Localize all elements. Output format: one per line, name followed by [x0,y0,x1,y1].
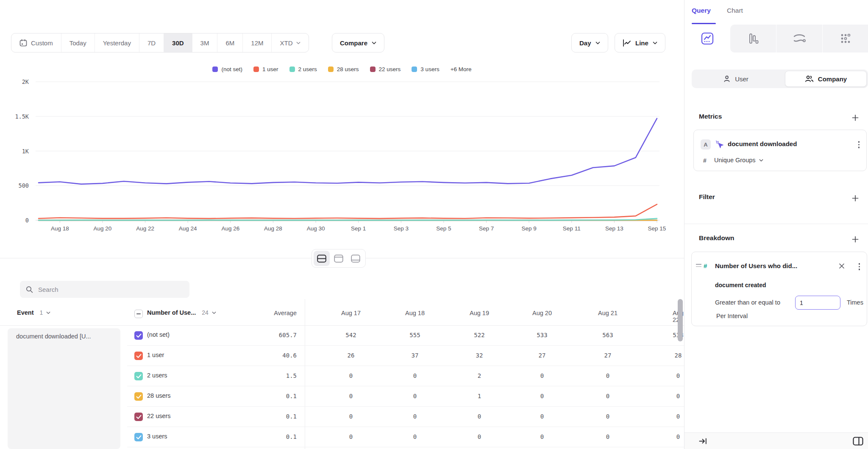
legend-item[interactable]: 1 user [253,66,278,72]
table-row[interactable]: 2 users1.5002000 [0,366,684,386]
row-checkbox[interactable] [134,433,143,441]
legend-swatch [289,67,295,72]
row-average: 0.1 [237,413,297,420]
legend-item[interactable]: 28 users [328,66,359,72]
row-checkbox[interactable] [134,331,143,340]
range-button-today[interactable]: Today [61,33,95,52]
y-axis-label: 500 [19,182,29,189]
breakdown-event-name[interactable]: document created [715,282,766,288]
check-icon [136,394,142,399]
select-all-checkbox[interactable] [134,310,143,318]
range-button-12m[interactable]: 12M [243,33,272,52]
layout-chart-button[interactable] [331,251,347,266]
layout-split-button[interactable] [314,251,330,266]
aggregation-dropdown[interactable]: Unique Groups [714,157,763,164]
breakdown-card[interactable]: # Number of Users who did... document cr… [691,252,867,326]
row-cell: 0 [606,433,609,440]
range-button-custom[interactable]: Custom [11,33,61,52]
row-average: 0.1 [237,433,297,440]
breakdown-unit-label: Times [847,299,863,306]
table-row[interactable]: 28 users0.1001000 [0,386,684,407]
legend-swatch [253,67,259,72]
row-cell: 0 [676,433,680,440]
row-checkbox[interactable] [134,372,143,380]
event-column-header[interactable]: Event 1 [17,309,50,316]
legend-item[interactable]: 2 users [289,66,317,72]
compare-button[interactable]: Compare [332,33,384,53]
metric-event-name[interactable]: document downloaded [728,140,797,147]
tab-query[interactable]: Query [692,7,711,14]
legend-item[interactable]: 22 users [370,66,401,72]
row-label: 28 users [147,392,171,399]
analytics-app: CustomTodayYesterday7D30D3M6M12MXTD Comp… [0,0,868,449]
x-axis-label: Aug 28 [264,225,282,232]
drag-handle-icon[interactable] [696,264,701,267]
legend-more-button[interactable]: +6 More [451,66,472,72]
row-label: 22 users [147,413,171,419]
interval-dropdown[interactable]: Day [571,33,608,53]
entity-option-company[interactable]: Company [785,71,867,87]
range-button-3m[interactable]: 3M [192,33,218,52]
breakdown-heading: Breakdown [699,234,734,242]
row-cell: 28 [675,352,682,359]
range-button-xtd[interactable]: XTD [272,33,309,52]
series-line-1-user[interactable] [39,204,657,219]
table-row[interactable]: 1 user40.6263732272728 [0,346,684,366]
chart-type-bar-button[interactable] [730,25,776,53]
group-column-label: Number of Use... [147,309,196,316]
collapse-panel-icon[interactable] [699,438,707,445]
table-row[interactable]: (not set)605.7542555522533563538 [0,325,684,346]
add-breakdown-button[interactable] [850,234,860,244]
row-cell: 522 [474,332,484,338]
add-metric-button[interactable] [850,113,860,123]
range-button-yesterday[interactable]: Yesterday [95,33,139,52]
add-filter-button[interactable] [850,193,860,203]
range-button-7d[interactable]: 7D [139,33,164,52]
date-column-header: Aug 21 [598,310,618,316]
breakdown-menu-button[interactable] [859,263,860,270]
table-row[interactable]: 3 users0.1000000 [0,427,684,447]
date-column-header: Aug 17 [341,310,361,316]
tab-chart[interactable]: Chart [727,7,743,14]
breakdown-title[interactable]: Number of Users who did... [715,262,797,269]
metric-card[interactable]: A document downloaded # Unique Groups [693,130,867,171]
search-box[interactable] [20,281,189,298]
legend-label: 28 users [337,66,359,72]
range-label: 3M [200,39,209,47]
chart-type-grid-button[interactable] [823,25,868,53]
legend-item[interactable]: (not set) [212,66,242,72]
chart-view-icon [334,255,343,263]
breakdown-value-input[interactable] [795,296,840,310]
row-cell: 0 [540,372,544,379]
x-axis-label: Sep 5 [436,225,451,232]
legend-label: 22 users [379,66,401,72]
table-row[interactable]: 22 users0.1000000 [0,407,684,427]
range-button-30d[interactable]: 30D [164,33,192,52]
active-tab-underline [692,23,716,24]
row-checkbox[interactable] [134,392,143,401]
line-chart-icon [623,39,631,47]
series-line--not-set-[interactable] [39,119,657,184]
row-cell: 2 [478,372,481,379]
layout-table-button[interactable] [348,251,364,266]
legend-item[interactable]: 3 users [412,66,439,72]
close-icon[interactable] [839,263,845,269]
row-checkbox[interactable] [134,352,143,360]
chart-type-flow-button[interactable] [776,25,822,53]
group-column-header[interactable]: Number of Use... 24 [147,309,216,316]
row-average: 605.7 [237,332,297,338]
chart-type-line-button[interactable] [684,25,730,53]
x-axis-label: Aug 30 [307,225,325,232]
row-checkbox[interactable] [134,413,143,421]
aggregation-label: Unique Groups [714,157,756,164]
entity-option-user[interactable]: User [692,69,780,88]
y-axis-label: 1K [22,148,29,155]
metric-menu-button[interactable] [858,141,860,148]
chart-type-dropdown[interactable]: Line [615,33,665,53]
range-button-6m[interactable]: 6M [217,33,243,52]
vertical-scrollbar[interactable] [678,299,683,341]
range-label: XTD [280,39,292,47]
line-chart[interactable]: 05001K1.5K2KAug 18Aug 20Aug 22Aug 24Aug … [0,55,684,237]
split-panel-icon[interactable] [853,437,863,446]
search-input[interactable] [38,286,178,293]
